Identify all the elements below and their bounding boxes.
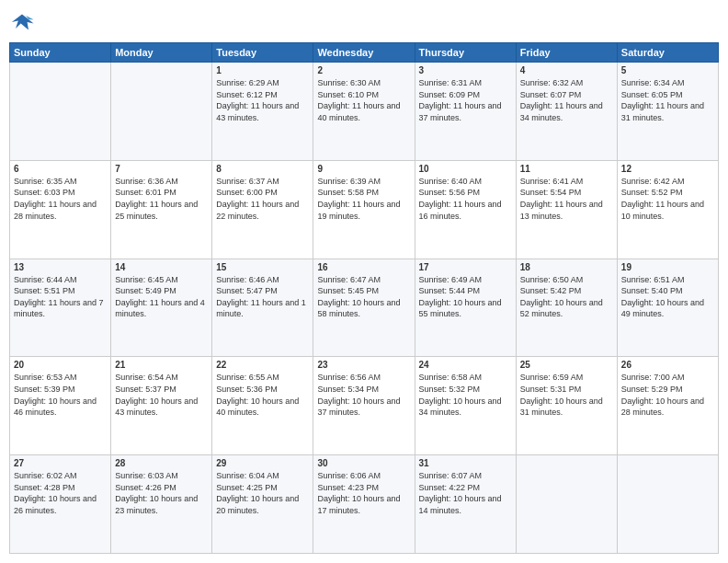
day-info: Sunrise: 6:07 AM Sunset: 4:22 PM Dayligh… [419,470,512,516]
day-cell: 8Sunrise: 6:37 AM Sunset: 6:00 PM Daylig… [212,160,313,259]
day-number: 19 [621,262,714,272]
day-number: 15 [216,262,309,272]
calendar-page: SundayMondayTuesdayWednesdayThursdayFrid… [0,0,728,563]
day-info: Sunrise: 6:45 AM Sunset: 5:49 PM Dayligh… [115,274,208,320]
day-number: 28 [115,458,208,468]
day-number: 14 [115,262,208,272]
day-number: 21 [115,360,208,370]
day-number: 26 [621,360,714,370]
day-info: Sunrise: 6:59 AM Sunset: 5:31 PM Dayligh… [520,372,613,418]
day-info: Sunrise: 6:50 AM Sunset: 5:42 PM Dayligh… [520,274,613,320]
day-number: 17 [419,262,512,272]
day-cell: 20Sunrise: 6:53 AM Sunset: 5:39 PM Dayli… [10,357,111,455]
day-info: Sunrise: 6:53 AM Sunset: 5:39 PM Dayligh… [14,372,107,418]
calendar-table: SundayMondayTuesdayWednesdayThursdayFrid… [9,42,719,554]
logo-bird-icon [9,9,35,35]
day-info: Sunrise: 6:39 AM Sunset: 5:58 PM Dayligh… [317,176,410,222]
day-cell: 16Sunrise: 6:47 AM Sunset: 5:45 PM Dayli… [313,259,415,357]
day-info: Sunrise: 6:40 AM Sunset: 5:56 PM Dayligh… [419,176,512,222]
day-cell: 23Sunrise: 6:56 AM Sunset: 5:34 PM Dayli… [313,357,415,455]
day-cell: 19Sunrise: 6:51 AM Sunset: 5:40 PM Dayli… [617,259,718,357]
week-row-2: 6Sunrise: 6:35 AM Sunset: 6:03 PM Daylig… [10,160,719,259]
day-info: Sunrise: 6:37 AM Sunset: 6:00 PM Dayligh… [216,176,309,222]
day-cell: 21Sunrise: 6:54 AM Sunset: 5:37 PM Dayli… [111,357,212,455]
day-cell: 24Sunrise: 6:58 AM Sunset: 5:32 PM Dayli… [415,357,516,455]
col-header-saturday: Saturday [617,43,718,63]
week-row-3: 13Sunrise: 6:44 AM Sunset: 5:51 PM Dayli… [10,259,719,357]
week-row-4: 20Sunrise: 6:53 AM Sunset: 5:39 PM Dayli… [10,357,719,455]
day-cell: 28Sunrise: 6:03 AM Sunset: 4:26 PM Dayli… [111,455,212,554]
day-cell: 26Sunrise: 7:00 AM Sunset: 5:29 PM Dayli… [617,357,718,455]
day-info: Sunrise: 6:02 AM Sunset: 4:28 PM Dayligh… [14,470,107,516]
day-cell: 17Sunrise: 6:49 AM Sunset: 5:44 PM Dayli… [415,259,516,357]
day-number: 4 [520,65,613,75]
day-info: Sunrise: 6:46 AM Sunset: 5:47 PM Dayligh… [216,274,309,320]
day-number: 7 [115,164,208,174]
svg-marker-0 [12,15,34,30]
day-number: 10 [419,164,512,174]
calendar-header-row: SundayMondayTuesdayWednesdayThursdayFrid… [10,43,719,63]
day-info: Sunrise: 6:54 AM Sunset: 5:37 PM Dayligh… [115,372,208,418]
day-cell: 14Sunrise: 6:45 AM Sunset: 5:49 PM Dayli… [111,259,212,357]
day-info: Sunrise: 6:47 AM Sunset: 5:45 PM Dayligh… [317,274,410,320]
col-header-monday: Monday [111,43,212,63]
day-cell: 31Sunrise: 6:07 AM Sunset: 4:22 PM Dayli… [415,455,516,554]
day-info: Sunrise: 6:06 AM Sunset: 4:23 PM Dayligh… [317,470,410,516]
day-number: 12 [621,164,714,174]
day-cell: 15Sunrise: 6:46 AM Sunset: 5:47 PM Dayli… [212,259,313,357]
col-header-friday: Friday [516,43,617,63]
day-number: 29 [216,458,309,468]
day-number: 23 [317,360,410,370]
day-cell [10,63,111,161]
day-number: 25 [520,360,613,370]
day-info: Sunrise: 7:00 AM Sunset: 5:29 PM Dayligh… [621,372,714,418]
day-cell: 27Sunrise: 6:02 AM Sunset: 4:28 PM Dayli… [10,455,111,554]
day-cell: 29Sunrise: 6:04 AM Sunset: 4:25 PM Dayli… [212,455,313,554]
day-number: 6 [14,164,107,174]
day-number: 13 [14,262,107,272]
col-header-thursday: Thursday [415,43,516,63]
day-cell: 30Sunrise: 6:06 AM Sunset: 4:23 PM Dayli… [313,455,415,554]
day-info: Sunrise: 6:58 AM Sunset: 5:32 PM Dayligh… [419,372,512,418]
day-info: Sunrise: 6:29 AM Sunset: 6:12 PM Dayligh… [216,77,309,123]
day-cell: 13Sunrise: 6:44 AM Sunset: 5:51 PM Dayli… [10,259,111,357]
logo [9,9,39,35]
day-info: Sunrise: 6:34 AM Sunset: 6:05 PM Dayligh… [621,77,714,123]
day-cell: 6Sunrise: 6:35 AM Sunset: 6:03 PM Daylig… [10,160,111,259]
col-header-sunday: Sunday [10,43,111,63]
day-info: Sunrise: 6:55 AM Sunset: 5:36 PM Dayligh… [216,372,309,418]
day-cell: 22Sunrise: 6:55 AM Sunset: 5:36 PM Dayli… [212,357,313,455]
day-number: 5 [621,65,714,75]
day-number: 9 [317,164,410,174]
day-cell: 18Sunrise: 6:50 AM Sunset: 5:42 PM Dayli… [516,259,617,357]
day-number: 3 [419,65,512,75]
day-number: 20 [14,360,107,370]
day-info: Sunrise: 6:41 AM Sunset: 5:54 PM Dayligh… [520,176,613,222]
day-info: Sunrise: 6:04 AM Sunset: 4:25 PM Dayligh… [216,470,309,516]
day-cell: 12Sunrise: 6:42 AM Sunset: 5:52 PM Dayli… [617,160,718,259]
day-info: Sunrise: 6:49 AM Sunset: 5:44 PM Dayligh… [419,274,512,320]
day-info: Sunrise: 6:56 AM Sunset: 5:34 PM Dayligh… [317,372,410,418]
day-cell: 2Sunrise: 6:30 AM Sunset: 6:10 PM Daylig… [313,63,415,161]
day-cell [516,455,617,554]
day-info: Sunrise: 6:30 AM Sunset: 6:10 PM Dayligh… [317,77,410,123]
week-row-1: 1Sunrise: 6:29 AM Sunset: 6:12 PM Daylig… [10,63,719,161]
col-header-tuesday: Tuesday [212,43,313,63]
day-cell: 1Sunrise: 6:29 AM Sunset: 6:12 PM Daylig… [212,63,313,161]
day-number: 2 [317,65,410,75]
day-number: 18 [520,262,613,272]
day-cell: 5Sunrise: 6:34 AM Sunset: 6:05 PM Daylig… [617,63,718,161]
week-row-5: 27Sunrise: 6:02 AM Sunset: 4:28 PM Dayli… [10,455,719,554]
day-number: 27 [14,458,107,468]
day-cell [111,63,212,161]
day-cell: 10Sunrise: 6:40 AM Sunset: 5:56 PM Dayli… [415,160,516,259]
header [9,9,719,35]
col-header-wednesday: Wednesday [313,43,415,63]
day-info: Sunrise: 6:36 AM Sunset: 6:01 PM Dayligh… [115,176,208,222]
day-info: Sunrise: 6:44 AM Sunset: 5:51 PM Dayligh… [14,274,107,320]
day-cell: 3Sunrise: 6:31 AM Sunset: 6:09 PM Daylig… [415,63,516,161]
day-number: 11 [520,164,613,174]
day-info: Sunrise: 6:42 AM Sunset: 5:52 PM Dayligh… [621,176,714,222]
day-cell: 4Sunrise: 6:32 AM Sunset: 6:07 PM Daylig… [516,63,617,161]
day-info: Sunrise: 6:31 AM Sunset: 6:09 PM Dayligh… [419,77,512,123]
